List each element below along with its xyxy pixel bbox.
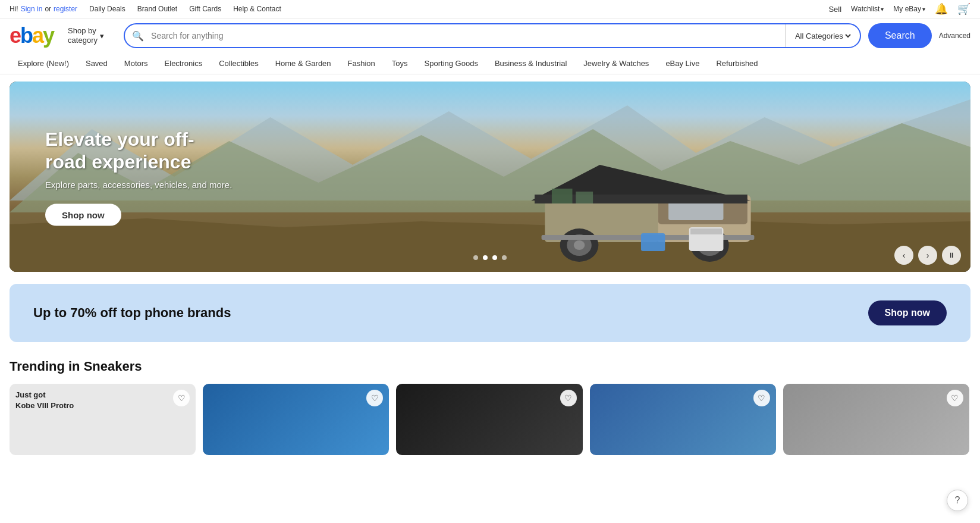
hero-content: Elevate your off-road experience Explore… — [45, 128, 232, 226]
card-image-5 — [783, 384, 969, 455]
carousel-pause-button[interactable]: ⏸ — [942, 246, 961, 265]
card-image-4 — [590, 384, 776, 455]
top-bar: Hi! Sign in or register Daily Deals Bran… — [0, 0, 980, 18]
wishlist-button-5[interactable]: ♡ — [947, 390, 963, 406]
register-link[interactable]: register — [54, 5, 77, 13]
nav-item-home-garden[interactable]: Home & Garden — [267, 53, 340, 74]
card-image-2 — [203, 384, 389, 455]
carousel-prev-button[interactable]: ‹ — [894, 246, 913, 265]
svg-point-13 — [574, 240, 585, 250]
nav-item-jewelry-watches[interactable]: Jewelry & Watches — [575, 53, 657, 74]
logo-b: b — [20, 23, 32, 48]
wishlist-button-1[interactable]: ♡ — [173, 390, 190, 406]
nav-item-business-industrial[interactable]: Business & Industrial — [486, 53, 575, 74]
trending-section: Trending in Sneakers Just gotKobe VIII P… — [10, 359, 970, 455]
category-select-wrapper[interactable]: All Categories — [785, 24, 860, 47]
nav-item-collectibles[interactable]: Collectibles — [211, 53, 266, 74]
svg-rect-22 — [641, 233, 665, 251]
list-item[interactable]: ♡ — [396, 384, 582, 455]
svg-rect-19 — [576, 192, 593, 203]
carousel-dots — [473, 255, 507, 260]
nav-item-fashion[interactable]: Fashion — [340, 53, 384, 74]
logo-y: y — [43, 23, 54, 48]
top-bar-right: Sell Watchlist ▾ My eBay ▾ 🔔 🛒 — [828, 2, 970, 15]
watchlist-chevron-icon: ▾ — [881, 6, 884, 12]
list-item[interactable]: ♡ — [590, 384, 776, 455]
wishlist-button-4[interactable]: ♡ — [753, 390, 770, 406]
shop-by-category-label: Shop bycategory — [68, 26, 98, 45]
trending-grid: Just gotKobe VIII Protro ♡ ♡ ♡ ♡ ♡ — [10, 384, 970, 455]
card-label-1: Just gotKobe VIII Protro — [15, 390, 74, 411]
ebay-logo[interactable]: e b a y — [10, 23, 54, 48]
list-item[interactable]: Just gotKobe VIII Protro ♡ — [10, 384, 196, 455]
carousel-next-button[interactable]: › — [918, 246, 937, 265]
nav-item-sporting-goods[interactable]: Sporting Goods — [416, 53, 486, 74]
promo-shop-now-button[interactable]: Shop now — [868, 300, 947, 325]
carousel-dot-2[interactable] — [483, 255, 488, 260]
shop-by-category-button[interactable]: Shop bycategory ▾ — [63, 24, 117, 47]
watchlist-menu[interactable]: Watchlist ▾ — [851, 5, 884, 13]
nav-item-toys[interactable]: Toys — [384, 53, 416, 74]
greeting-text: Hi! — [10, 5, 18, 13]
nav-item-refurbished[interactable]: Refurbished — [708, 53, 766, 74]
signin-link[interactable]: Sign in — [21, 5, 43, 13]
hero-title: Elevate your off-road experience — [45, 128, 212, 174]
list-item[interactable]: ♡ — [783, 384, 969, 455]
top-bar-left: Hi! Sign in or register Daily Deals Bran… — [10, 5, 281, 13]
advanced-search-link[interactable]: Advanced — [939, 32, 970, 40]
hero-shop-now-button[interactable]: Shop now — [45, 203, 121, 226]
or-text: or — [45, 5, 51, 13]
nav-item-ebay-live[interactable]: eBay Live — [657, 53, 708, 74]
help-contact-link[interactable]: Help & Contact — [233, 5, 281, 13]
myebay-label: My eBay — [893, 5, 921, 13]
hero-subtitle: Explore parts, accessories, vehicles, an… — [45, 179, 232, 189]
svg-rect-18 — [552, 189, 573, 203]
trending-title: Trending in Sneakers — [10, 359, 970, 374]
cart-icon[interactable]: 🛒 — [957, 2, 970, 15]
wishlist-button-3[interactable]: ♡ — [560, 390, 577, 406]
brand-outlet-link[interactable]: Brand Outlet — [137, 5, 177, 13]
promo-text: Up to 70% off top phone brands — [33, 305, 231, 321]
logo-a: a — [32, 23, 43, 48]
header: e b a y Shop bycategory ▾ 🔍 All Categori… — [0, 18, 980, 53]
card-image-3 — [396, 384, 582, 455]
nav-item-electronics[interactable]: Electronics — [156, 53, 211, 74]
watchlist-label: Watchlist — [851, 5, 880, 13]
carousel-dot-3[interactable] — [492, 255, 497, 260]
shop-by-category-chevron-icon: ▾ — [100, 32, 104, 40]
nav-item-saved[interactable]: Saved — [77, 53, 116, 74]
nav-item-explore[interactable]: Explore (New!) — [10, 53, 77, 74]
carousel-dot-4[interactable] — [502, 255, 507, 260]
notification-bell-icon[interactable]: 🔔 — [935, 2, 948, 15]
daily-deals-link[interactable]: Daily Deals — [89, 5, 125, 13]
myebay-menu[interactable]: My eBay ▾ — [893, 5, 925, 13]
search-input[interactable] — [151, 31, 785, 40]
gift-cards-link[interactable]: Gift Cards — [189, 5, 221, 13]
search-bar: 🔍 All Categories — [124, 23, 861, 48]
logo-e: e — [10, 23, 20, 48]
carousel-dot-1[interactable] — [473, 255, 478, 260]
myebay-chevron-icon: ▾ — [922, 6, 925, 12]
list-item[interactable]: ♡ — [203, 384, 389, 455]
sell-link[interactable]: Sell — [828, 5, 841, 14]
main-navigation: Explore (New!) Saved Motors Electronics … — [0, 53, 980, 74]
category-select[interactable]: All Categories — [793, 31, 853, 41]
search-icon: 🔍 — [125, 30, 151, 42]
svg-marker-4 — [10, 218, 970, 272]
hero-banner: Elevate your off-road experience Explore… — [10, 82, 970, 272]
search-button[interactable]: Search — [868, 23, 932, 48]
nav-item-motors[interactable]: Motors — [116, 53, 156, 74]
carousel-arrows: ‹ › ⏸ — [894, 246, 961, 265]
promo-banner: Up to 70% off top phone brands Shop now — [10, 284, 970, 342]
svg-rect-21 — [690, 228, 722, 234]
